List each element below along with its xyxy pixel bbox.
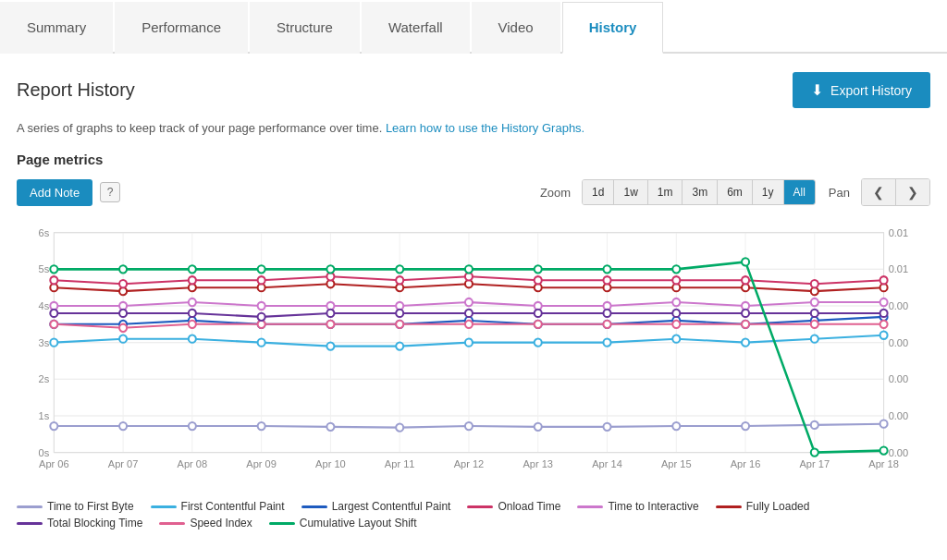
svg-text:Apr 11: Apr 11: [385, 458, 415, 469]
svg-text:0.00: 0.00: [889, 337, 909, 348]
zoom-btn-1w[interactable]: 1w: [614, 180, 647, 204]
legend-item: First Contentful Paint: [151, 500, 285, 513]
svg-point-120: [119, 310, 127, 317]
svg-point-151: [465, 265, 473, 273]
legend-label: Largest Contentful Paint: [332, 500, 451, 513]
download-icon: ⬇: [811, 81, 823, 99]
legend-color: [269, 522, 295, 525]
svg-text:Apr 17: Apr 17: [800, 458, 830, 469]
svg-point-152: [535, 265, 542, 273]
svg-point-139: [535, 276, 542, 284]
svg-text:Apr 16: Apr 16: [731, 458, 761, 469]
svg-point-41: [50, 422, 57, 430]
svg-point-157: [880, 447, 888, 455]
svg-point-44: [258, 422, 265, 430]
legend-color: [17, 505, 43, 508]
zoom-btn-6m[interactable]: 6m: [718, 180, 753, 204]
zoom-group: 1d1w1m3m6m1yAll: [582, 179, 816, 205]
svg-text:2s: 2s: [39, 373, 50, 384]
svg-text:Apr 12: Apr 12: [454, 458, 485, 469]
svg-point-117: [811, 321, 818, 328]
svg-text:Apr 09: Apr 09: [246, 458, 277, 469]
svg-point-66: [880, 332, 888, 339]
legend-color: [17, 522, 43, 525]
learn-more-link[interactable]: Learn how to use the History Graphs.: [386, 121, 584, 135]
svg-point-113: [535, 321, 542, 328]
svg-point-50: [672, 422, 680, 430]
pan-group: ❮ ❯: [861, 178, 930, 206]
svg-point-124: [396, 310, 403, 317]
tab-history[interactable]: History: [562, 2, 664, 54]
zoom-btn-1d[interactable]: 1d: [583, 180, 614, 204]
svg-point-46: [396, 424, 403, 432]
svg-point-54: [50, 339, 57, 347]
svg-point-118: [880, 321, 888, 328]
svg-point-132: [50, 276, 57, 284]
legend-color: [716, 505, 742, 508]
svg-point-147: [189, 265, 196, 273]
tab-summary[interactable]: Summary: [0, 2, 113, 54]
legend-label: Time to Interactive: [608, 500, 698, 513]
export-history-button[interactable]: ⬇ Export History: [793, 72, 930, 108]
svg-text:4s: 4s: [39, 300, 50, 311]
svg-point-153: [603, 265, 610, 273]
svg-point-154: [672, 265, 680, 273]
export-label: Export History: [830, 83, 912, 98]
legend-color: [577, 505, 603, 508]
svg-text:Apr 13: Apr 13: [523, 458, 553, 469]
svg-text:6s: 6s: [39, 227, 50, 238]
help-button[interactable]: ?: [100, 182, 120, 202]
svg-point-63: [672, 335, 680, 343]
zoom-btn-all[interactable]: All: [784, 180, 815, 204]
svg-point-104: [811, 298, 818, 306]
svg-text:5s: 5s: [39, 263, 50, 274]
svg-point-116: [742, 321, 749, 328]
pan-left-button[interactable]: ❮: [862, 179, 896, 205]
svg-text:0.00: 0.00: [889, 447, 909, 458]
svg-text:1s: 1s: [39, 410, 50, 421]
zoom-btn-3m[interactable]: 3m: [683, 180, 718, 204]
svg-point-43: [189, 422, 196, 430]
svg-point-55: [119, 335, 127, 343]
svg-text:Apr 10: Apr 10: [315, 458, 346, 469]
legend-color: [159, 522, 185, 525]
svg-point-135: [258, 276, 265, 284]
zoom-btn-1m[interactable]: 1m: [648, 180, 683, 204]
legend-color: [151, 505, 177, 508]
svg-text:Apr 07: Apr 07: [108, 458, 139, 469]
pan-right-button[interactable]: ❯: [896, 179, 929, 205]
legend-item: Time to Interactive: [577, 500, 698, 513]
svg-point-127: [603, 310, 610, 317]
svg-text:Apr 08: Apr 08: [178, 458, 208, 469]
svg-point-129: [742, 310, 749, 317]
svg-point-107: [119, 324, 127, 332]
svg-point-96: [258, 302, 265, 310]
legend-label: Cumulative Layout Shift: [300, 517, 417, 530]
svg-point-65: [811, 335, 818, 343]
chart-toolbar: Add Note ? Zoom 1d1w1m3m6m1yAll Pan ❮ ❯: [17, 178, 930, 206]
tab-performance[interactable]: Performance: [115, 2, 248, 54]
svg-point-140: [603, 276, 610, 284]
section-title: Page metrics: [17, 152, 930, 167]
legend-label: Time to First Byte: [47, 500, 134, 513]
svg-point-111: [396, 321, 403, 328]
add-note-button[interactable]: Add Note: [17, 179, 92, 206]
svg-point-108: [189, 321, 196, 328]
svg-point-145: [50, 265, 57, 273]
tab-waterfall[interactable]: Waterfall: [362, 2, 470, 54]
legend-label: Onload Time: [498, 500, 560, 513]
svg-text:Apr 06: Apr 06: [39, 458, 69, 469]
header-row: Report History ⬇ Export History: [17, 72, 930, 108]
tab-video[interactable]: Video: [472, 2, 560, 54]
svg-point-48: [535, 423, 542, 431]
svg-point-114: [603, 321, 610, 328]
tab-structure[interactable]: Structure: [250, 2, 360, 54]
zoom-btn-1y[interactable]: 1y: [753, 180, 784, 204]
svg-point-52: [811, 421, 818, 429]
svg-point-144: [880, 276, 888, 284]
svg-text:0.01: 0.01: [889, 263, 909, 274]
legend-label: Total Blocking Time: [47, 517, 142, 530]
svg-point-53: [880, 420, 888, 428]
legend-label: Speed Index: [190, 517, 252, 530]
svg-point-143: [811, 280, 818, 287]
